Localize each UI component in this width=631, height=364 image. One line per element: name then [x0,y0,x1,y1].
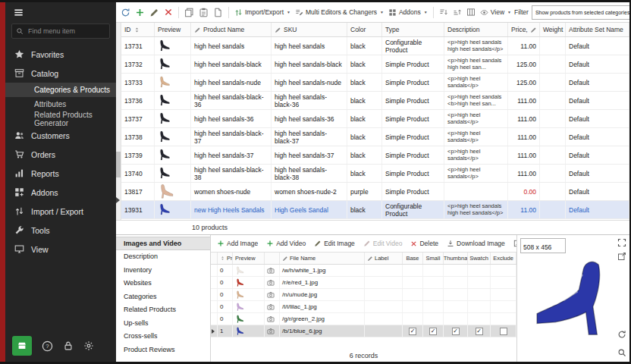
column-header-description[interactable]: Description [444,23,508,36]
product-row[interactable]: 13739high heel sandals-37high heel sanda… [121,146,629,165]
download-image-button[interactable]: Download Image [445,239,507,248]
tab-up-sells[interactable]: Up-sells [116,316,210,330]
menu-icon[interactable] [13,7,24,18]
duplicate-button[interactable] [212,7,224,18]
store-button[interactable] [12,336,32,356]
add-product-button[interactable] [133,7,146,18]
checkbox-checked[interactable]: ✓ [452,328,460,335]
tab-categories[interactable]: Categories [116,290,210,303]
sidebar-item-import-export[interactable]: Import / Export [5,202,116,221]
checkbox-cell [423,313,444,325]
image-row[interactable]: 1/b/1/blue_6.jpg✓✓✓✓ [211,325,516,337]
search-input[interactable] [27,27,105,36]
help-icon[interactable]: ? [42,340,53,352]
image-size-input[interactable] [521,243,565,252]
column-header-file-name[interactable]: File Name [280,253,365,264]
addons-button[interactable]: Addons ▼ [387,8,429,17]
copy-button[interactable] [183,7,196,18]
sidebar-item-addons[interactable]: Addons [5,183,116,202]
image-row[interactable]: 0/g/r/green_2.jpg [211,313,516,325]
edit-image-button[interactable]: Edit Image [312,239,356,248]
sidebar-item-favorites[interactable]: Favorites [5,45,116,64]
tab-product-reviews[interactable]: Product Reviews [116,343,210,356]
checkbox-checked[interactable]: ✓ [429,328,437,335]
sidebar-item-label: Catalog [31,69,58,78]
sidebar-item-customers[interactable]: Customers [5,126,116,145]
cell-price: 111.00 [508,165,540,182]
import-export-button[interactable]: Import/Export ▼ [233,8,292,17]
refresh-button[interactable] [119,7,132,18]
product-row[interactable]: 13731high heel sandalshigh heel sandalsb… [121,37,629,55]
edit-video-button[interactable]: Edit Video [362,239,404,248]
column-header-sku[interactable]: SKU [272,23,347,36]
sort-ascending-button[interactable] [438,7,450,17]
view-button[interactable]: View ▼ [479,8,513,17]
column-header-color[interactable]: Color [347,23,382,36]
edit-product-button[interactable] [148,7,161,18]
add-image-button[interactable]: Add Image [215,239,259,248]
delete-product-button[interactable] [162,7,174,17]
gear-icon[interactable] [83,340,94,351]
delete-image-button[interactable]: Delete [409,239,440,248]
product-row[interactable]: 13732high heel sandals-blackhigh heel sa… [121,55,629,74]
grid-scrollbar[interactable] [116,23,121,220]
product-row[interactable]: 13736high heel sandals-black-36high heel… [121,92,629,110]
sidebar-item-categories-products[interactable]: Categories & Products [5,83,116,97]
cell-product-name: high heel sandals-black-37 [191,128,272,146]
product-row[interactable]: 13740high heel sandals-black-38high heel… [121,165,629,183]
cell-sku: high heel sandals-black [272,55,347,73]
column-header-id[interactable]: ID [121,23,155,36]
open-external-icon[interactable] [617,252,626,261]
column-header-price[interactable]: Price, [508,23,540,36]
multi-editors-button[interactable]: Multi Editors & Changers ▼ [294,8,385,17]
fullscreen-icon[interactable] [617,238,626,247]
sort-descending-button[interactable] [451,7,463,17]
lock-icon[interactable] [63,340,74,351]
sidebar-item-orders[interactable]: Orders [5,145,116,164]
image-row[interactable]: 0/w/h/white_1.jpg [211,265,516,277]
rotate-icon[interactable] [617,330,626,339]
column-header-small[interactable]: Small [423,253,444,264]
sidebar-item-reports[interactable]: Reports [5,164,116,183]
product-row[interactable]: 13931new High Heels SandalsHigh Geels Sa… [121,201,629,219]
tab-related-products[interactable]: Related Products [116,303,210,317]
column-header-position[interactable]: Pr... [218,253,233,264]
category-filter-select[interactable]: Show products from selected categories ▼ [532,5,629,20]
column-header-label[interactable]: Label [365,253,403,264]
checkbox-unchecked[interactable] [500,328,507,335]
sidebar-item-tools[interactable]: Tools [5,221,116,240]
product-row[interactable]: 13817women shoes-nudewomen shoes-nude-2p… [121,183,629,201]
tab-images-and-video[interactable]: Images and Video [116,237,210,250]
column-header-thumbnail[interactable]: Thumbna [444,253,468,264]
image-row[interactable]: 0/l/i/lilac_1.jpg [211,301,516,313]
image-row[interactable]: 0/r/e/red_1.jpg [211,277,516,289]
column-header-swatch[interactable]: Swatch [468,253,491,264]
column-header-exclude[interactable]: Exclude [491,253,516,264]
column-header-attribute-set[interactable]: Attribute Set Name [566,23,629,36]
tab-inventory[interactable]: Inventory [116,263,210,277]
sidebar-item-view[interactable]: View [5,240,116,259]
column-settings-button[interactable] [465,7,477,17]
sidebar-item-catalog[interactable]: Catalog [5,64,116,83]
scrollbar-thumb[interactable] [116,152,121,177]
image-row[interactable]: 0/n/u/nude.jpg [211,289,516,301]
tab-websites[interactable]: Websites [116,277,210,290]
tab-cross-sells[interactable]: Cross-sells [116,330,210,344]
product-row[interactable]: 13738high heel sandals-black-37high heel… [121,128,629,146]
zoom-icon[interactable] [617,348,626,357]
tab-description[interactable]: Description [116,250,210,264]
sidebar-item-attributes[interactable]: Attributes [5,97,116,111]
column-header-product-name[interactable]: Product Name [191,23,272,36]
column-header-image-preview[interactable]: Preview [233,253,265,264]
product-row[interactable]: 13733high heel sandals-nudehigh heel san… [121,74,629,92]
checkbox-checked[interactable]: ✓ [476,328,483,335]
column-header-weight[interactable]: Weight [540,23,566,36]
product-row[interactable]: 13737high heel sandals-36high heel sanda… [121,110,629,128]
sidebar-item-related-products-generator[interactable]: Related Products Generator [5,111,116,126]
add-video-button[interactable]: Add Video [265,239,307,248]
checkbox-checked[interactable]: ✓ [409,328,416,335]
paste-button[interactable] [197,7,210,18]
column-header-type[interactable]: Type [382,23,444,36]
column-header-base[interactable]: Base [403,253,423,264]
column-header-preview[interactable]: Preview [155,23,191,36]
